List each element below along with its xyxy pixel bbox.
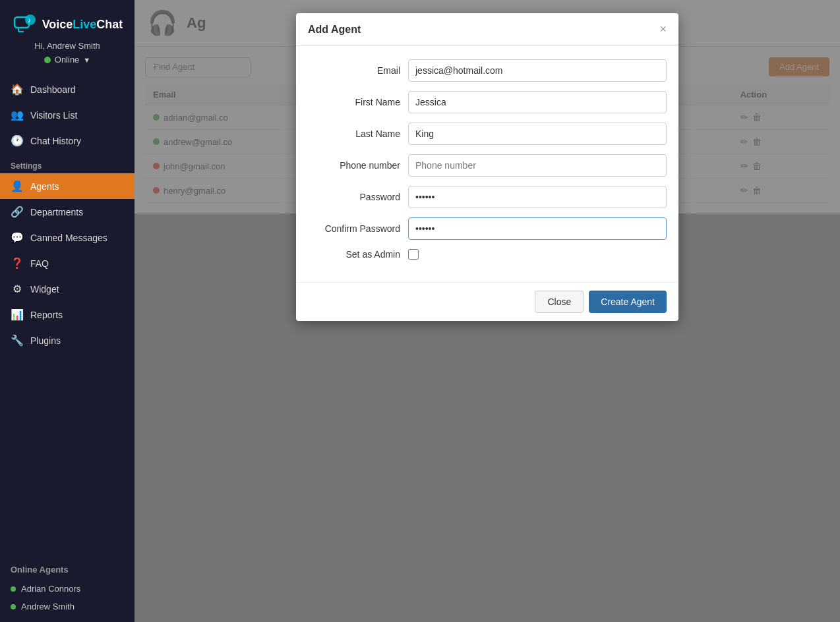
- dashboard-icon: 🏠: [11, 83, 24, 96]
- sidebar: ♪ VoiceLiveChat Hi, Andrew Smith Online …: [0, 0, 135, 622]
- sidebar-item-label: Canned Messages: [30, 233, 107, 243]
- faq-icon: ❓: [11, 257, 24, 269]
- status-dropdown-icon: ▼: [83, 56, 90, 64]
- lastname-field[interactable]: [408, 123, 667, 145]
- online-agents-section: Online Agents Adrian Connors Andrew Smit…: [0, 553, 135, 622]
- visitors-icon: 👥: [11, 109, 24, 121]
- phone-row: Phone number: [308, 154, 667, 177]
- sidebar-item-dashboard[interactable]: 🏠 Dashboard: [0, 76, 135, 102]
- confirm-password-label: Confirm Password: [308, 223, 400, 234]
- user-greeting: Hi, Andrew Smith: [34, 41, 100, 51]
- sidebar-item-plugins[interactable]: 🔧 Plugins: [0, 327, 135, 353]
- confirm-password-row: Confirm Password: [308, 217, 667, 240]
- sidebar-item-widget[interactable]: ⚙ Widget: [0, 276, 135, 302]
- modal-close-button[interactable]: ×: [659, 22, 667, 36]
- password-row: Password: [308, 186, 667, 208]
- agent-status-dot: [11, 586, 16, 592]
- chat-history-icon: 🕐: [11, 134, 24, 147]
- modal-body: Email First Name Last Name Phone number …: [296, 46, 678, 282]
- plugins-icon: 🔧: [11, 334, 24, 347]
- firstname-row: First Name: [308, 91, 667, 113]
- sidebar-item-label: Widget: [30, 284, 59, 295]
- svg-text:♪: ♪: [28, 16, 31, 24]
- agent-name: Andrew Smith: [21, 602, 75, 611]
- sidebar-item-departments[interactable]: 🔗 Departments: [0, 199, 135, 225]
- sidebar-item-label: Plugins: [30, 335, 61, 346]
- brand-name: VoiceLiveChat: [42, 18, 123, 32]
- departments-icon: 🔗: [11, 206, 24, 218]
- sidebar-item-agents[interactable]: 👤 Agents: [0, 173, 135, 199]
- modal-overlay: Add Agent × Email First Name Last Name P…: [135, 0, 840, 622]
- sidebar-item-canned-messages[interactable]: 💬 Canned Messages: [0, 225, 135, 250]
- phone-field[interactable]: [408, 154, 667, 177]
- modal-footer: Close Create Agent: [296, 282, 678, 321]
- sidebar-item-visitors-list[interactable]: 👥 Visitors List: [0, 102, 135, 128]
- agent-name: Adrian Connors: [21, 584, 80, 594]
- create-agent-button[interactable]: Create Agent: [589, 291, 667, 313]
- status-text: Online: [55, 55, 80, 65]
- email-row: Email: [308, 59, 667, 82]
- sidebar-item-label: Agents: [30, 181, 59, 192]
- sidebar-item-label: Departments: [30, 207, 83, 217]
- sidebar-nav: 🏠 Dashboard 👥 Visitors List 🕐 Chat Histo…: [0, 71, 135, 553]
- email-label: Email: [308, 65, 400, 76]
- sidebar-item-label: Reports: [30, 310, 63, 320]
- brand-logo: ♪ VoiceLiveChat: [12, 12, 123, 37]
- modal-header: Add Agent ×: [296, 13, 678, 46]
- sidebar-item-label: Chat History: [30, 136, 81, 146]
- status-indicator: [44, 57, 51, 63]
- sidebar-item-label: Dashboard: [30, 84, 76, 95]
- add-agent-modal: Add Agent × Email First Name Last Name P…: [296, 13, 678, 321]
- agent-status-dot: [11, 604, 16, 609]
- close-button[interactable]: Close: [535, 291, 584, 313]
- sidebar-item-reports[interactable]: 📊 Reports: [0, 302, 135, 327]
- widget-icon: ⚙: [11, 283, 24, 295]
- lastname-label: Last Name: [308, 128, 400, 139]
- brand-section: ♪ VoiceLiveChat Hi, Andrew Smith Online …: [0, 0, 135, 71]
- main-content: 🎧 Ag Add Agent Email First Name Last Nam…: [135, 0, 840, 622]
- firstname-label: First Name: [308, 97, 400, 107]
- settings-section-title: Settings: [0, 154, 135, 173]
- sidebar-item-label: Visitors List: [30, 110, 77, 121]
- password-field[interactable]: [408, 186, 667, 208]
- email-field[interactable]: [408, 59, 667, 82]
- password-label: Password: [308, 192, 400, 202]
- lastname-row: Last Name: [308, 123, 667, 145]
- sidebar-item-chat-history[interactable]: 🕐 Chat History: [0, 128, 135, 154]
- sidebar-item-label: FAQ: [30, 258, 49, 269]
- phone-label: Phone number: [308, 160, 400, 171]
- sidebar-item-faq[interactable]: ❓ FAQ: [0, 250, 135, 276]
- online-agent-andrew: Andrew Smith: [0, 598, 135, 615]
- online-agents-title: Online Agents: [0, 559, 135, 580]
- admin-checkbox[interactable]: [408, 249, 419, 260]
- online-agent-adrian: Adrian Connors: [0, 580, 135, 598]
- reports-icon: 📊: [11, 308, 24, 321]
- confirm-password-field[interactable]: [408, 217, 667, 240]
- admin-row: Set as Admin: [308, 249, 667, 260]
- logo-icon: ♪: [12, 12, 37, 37]
- firstname-field[interactable]: [408, 91, 667, 113]
- status-bar[interactable]: Online ▼: [44, 55, 90, 65]
- modal-title: Add Agent: [308, 24, 361, 36]
- admin-label: Set as Admin: [308, 249, 400, 260]
- agents-icon: 👤: [11, 180, 24, 192]
- canned-messages-icon: 💬: [11, 231, 24, 244]
